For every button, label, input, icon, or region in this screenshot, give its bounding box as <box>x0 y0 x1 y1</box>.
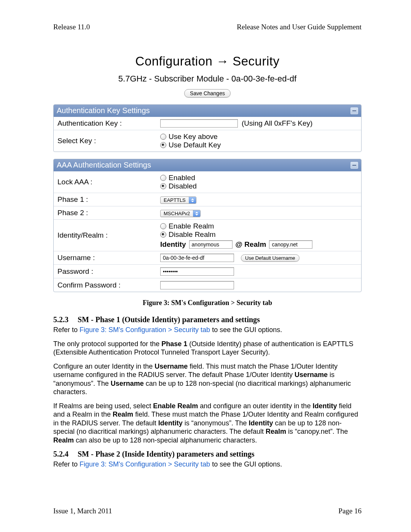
phase1-select[interactable]: EAPTTLS <box>160 197 196 204</box>
body-paragraph: Refer to Figure 3: SM's Configuration > … <box>53 460 362 469</box>
select-value: EAPTTLS <box>161 197 189 203</box>
confirm-password-input[interactable] <box>160 281 234 289</box>
auth-key-hint: (Using All 0xFF's Key) <box>242 119 357 128</box>
radio-icon <box>160 142 166 148</box>
title-left: Configuration <box>135 54 213 68</box>
radio-icon <box>160 223 166 229</box>
auth-key-label: Authentication Key : <box>54 117 156 130</box>
radio-lock-enabled[interactable]: Enabled <box>160 174 357 182</box>
body-paragraph: If Realms are being used, select Enable … <box>53 402 362 445</box>
page-title-block: Configuration → Security 5.7GHz - Subscr… <box>53 54 362 84</box>
panel-title: AAA Authentication Settings <box>57 161 151 169</box>
identity-input[interactable] <box>189 240 233 249</box>
section-number: 5.2.3 <box>53 315 78 324</box>
section-number: 5.2.4 <box>53 450 78 459</box>
radio-icon <box>160 232 166 238</box>
select-key-label: Select Key : <box>54 130 156 152</box>
figure-link[interactable]: Figure 3: SM's Configuration > Security … <box>80 326 210 334</box>
page-subtitle: 5.7GHz - Subscriber Module - 0a-00-3e-fe… <box>53 74 362 84</box>
save-changes-button[interactable]: Save Changes <box>184 89 231 97</box>
phase2-select[interactable]: MSCHAPv2 <box>160 210 201 217</box>
phase1-label: Phase 1 : <box>54 193 156 206</box>
footer-page: Page 16 <box>338 507 362 515</box>
collapse-icon[interactable] <box>350 107 358 114</box>
footer-issue: Issue 1, March 2011 <box>53 507 112 515</box>
username-label: Username : <box>54 251 156 265</box>
section-heading-523: 5.2.3SM - Phase 1 (Outside Identity) par… <box>53 315 362 324</box>
password-label: Password : <box>54 265 156 278</box>
phase2-label: Phase 2 : <box>54 206 156 220</box>
radio-use-key-above[interactable]: Use Key above <box>160 133 357 141</box>
username-input[interactable] <box>160 254 234 262</box>
identity-word: Identity <box>160 240 186 249</box>
use-default-username-button[interactable]: Use Default Username <box>241 254 299 262</box>
collapse-icon[interactable] <box>350 162 358 169</box>
panel-title: Authentication Key Settings <box>57 106 150 115</box>
body-paragraph: The only protocol supported for the Phas… <box>53 340 362 357</box>
password-input[interactable] <box>160 267 234 276</box>
arrow-right-icon: → <box>216 54 229 68</box>
running-header: Release 11.0 Release Notes and User Guid… <box>53 23 362 31</box>
radio-label: Use Key above <box>169 133 218 141</box>
radio-enable-realm[interactable]: Enable Realm <box>160 222 357 230</box>
confirm-password-label: Confirm Password : <box>54 278 156 292</box>
header-release: Release 11.0 <box>53 23 90 31</box>
radio-icon <box>160 175 166 181</box>
radio-lock-disabled[interactable]: Disabled <box>160 182 357 190</box>
auth-key-panel: Authentication Key Settings Authenticati… <box>53 104 362 152</box>
select-value: MSCHAPv2 <box>161 210 193 217</box>
page-title: Configuration → Security <box>53 54 362 69</box>
radio-label: Enabled <box>169 174 195 182</box>
chevron-updown-icon <box>189 197 196 203</box>
radio-label: Use Default Key <box>169 141 221 149</box>
body-paragraph: Configure an outer Identity in the Usern… <box>53 362 362 396</box>
section-title: SM - Phase 2 (Inside Identity) parameter… <box>78 450 254 458</box>
radio-icon <box>160 183 166 189</box>
radio-icon <box>160 134 166 140</box>
figure-caption: Figure 3: SM's Configuration > Security … <box>53 299 362 307</box>
lock-aaa-label: Lock AAA : <box>54 171 156 193</box>
at-realm-label: @ Realm <box>236 240 266 249</box>
figure-link[interactable]: Figure 3: SM's Configuration > Security … <box>80 460 210 468</box>
radio-label: Disable Realm <box>169 230 216 239</box>
section-title: SM - Phase 1 (Outside Identity) paramete… <box>78 315 260 324</box>
realm-input[interactable] <box>269 240 312 249</box>
aaa-panel: AAA Authentication Settings Lock AAA : E… <box>53 159 362 292</box>
running-footer: Issue 1, March 2011 Page 16 <box>53 507 362 515</box>
title-right: Security <box>233 54 279 68</box>
radio-disable-realm[interactable]: Disable Realm <box>160 230 357 239</box>
chevron-updown-icon <box>193 210 200 217</box>
identity-realm-label: Identity/Realm : <box>54 220 156 251</box>
header-title: Release Notes and User Guide Supplement <box>237 23 362 31</box>
auth-key-input[interactable] <box>160 119 238 128</box>
radio-label: Enable Realm <box>169 222 214 230</box>
document-page: Release 11.0 Release Notes and User Guid… <box>0 0 411 532</box>
section-heading-524: 5.2.4SM - Phase 2 (Inside Identity) para… <box>53 450 362 459</box>
body-paragraph: Refer to Figure 3: SM's Configuration > … <box>53 326 362 334</box>
radio-use-default-key[interactable]: Use Default Key <box>160 141 357 149</box>
radio-label: Disabled <box>169 182 197 190</box>
